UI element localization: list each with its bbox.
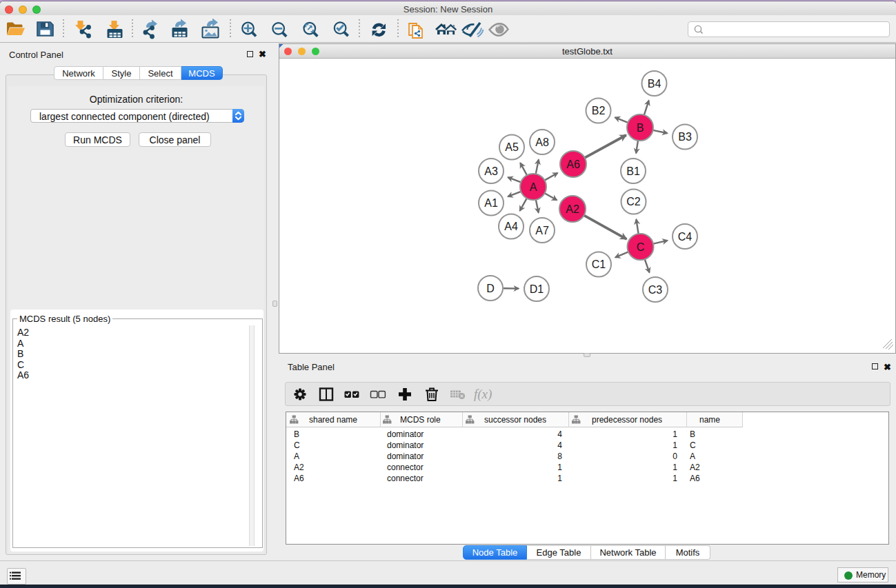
svg-text:A: A [530,181,537,193]
svg-text:C2: C2 [626,196,641,207]
svg-text:A6: A6 [566,159,580,170]
svg-text:B4: B4 [648,78,661,90]
svg-text:B3: B3 [678,131,692,143]
svg-text:A3: A3 [484,165,498,177]
svg-text:D: D [486,283,495,294]
svg-text:C4: C4 [678,231,693,243]
svg-text:B1: B1 [626,165,640,177]
svg-text:A1: A1 [484,197,498,209]
svg-text:B: B [637,122,644,134]
svg-text:A2: A2 [566,203,579,215]
svg-text:A7: A7 [535,225,549,236]
svg-text:C: C [637,241,645,253]
svg-text:B2: B2 [592,105,606,116]
svg-text:A5: A5 [505,141,519,153]
svg-text:C3: C3 [648,284,663,296]
svg-text:A4: A4 [504,221,518,232]
svg-text:A8: A8 [535,136,549,148]
svg-text:f(x): f(x) [474,387,492,402]
svg-text:C1: C1 [592,258,606,270]
svg-text:D1: D1 [530,283,544,295]
